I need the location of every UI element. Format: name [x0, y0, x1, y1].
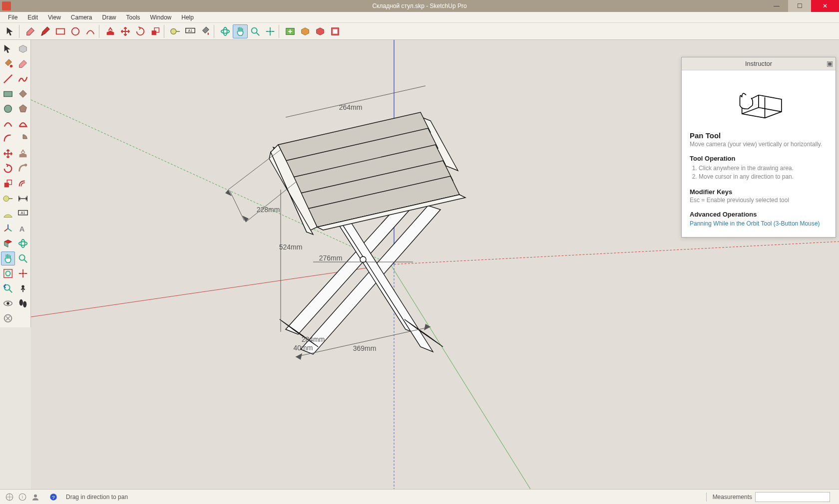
- select-icon[interactable]: [1, 42, 15, 56]
- scale-icon[interactable]: [1, 177, 15, 191]
- svg-line-40: [391, 264, 530, 489]
- svg-point-17: [24, 164, 27, 167]
- close-button[interactable]: ✕: [811, 0, 839, 12]
- app-icon: [2, 1, 11, 10]
- svg-point-35: [23, 301, 26, 307]
- instructor-op-heading: Tool Operation: [690, 155, 828, 162]
- geo-location-icon[interactable]: [3, 491, 16, 503]
- paint-bucket-icon[interactable]: [1, 57, 15, 71]
- orbit-icon[interactable]: [218, 24, 233, 38]
- pencil-icon[interactable]: [38, 24, 53, 38]
- circle-icon[interactable]: [68, 24, 83, 38]
- instructor-adv-link[interactable]: Panning While in the Orbit Tool (3-Butto…: [690, 220, 828, 227]
- top-toolbar: A1: [0, 23, 839, 40]
- menu-window[interactable]: Window: [145, 13, 177, 22]
- pan-icon[interactable]: [233, 24, 248, 38]
- tape-measure-icon[interactable]: [168, 24, 183, 38]
- svg-rect-13: [333, 29, 337, 33]
- user-icon[interactable]: [29, 491, 42, 503]
- zoom-icon[interactable]: [16, 252, 30, 265]
- 3d-text-icon[interactable]: A: [16, 222, 30, 236]
- zoom-extents-icon[interactable]: [263, 24, 278, 38]
- eraser-icon[interactable]: [16, 57, 30, 71]
- menu-view[interactable]: View: [43, 13, 66, 22]
- svg-text:276mm: 276mm: [319, 254, 343, 262]
- pan-icon[interactable]: [1, 252, 15, 265]
- svg-point-61: [34, 494, 37, 497]
- menu-draw[interactable]: Draw: [97, 13, 121, 22]
- svg-text:264mm: 264mm: [339, 103, 363, 111]
- text-icon[interactable]: A1: [183, 24, 198, 38]
- svg-point-4: [171, 28, 176, 34]
- select-icon[interactable]: [3, 24, 18, 38]
- tape-measure-icon[interactable]: [1, 192, 15, 206]
- svg-line-48: [230, 191, 244, 221]
- text-tool-icon[interactable]: A1: [16, 207, 30, 221]
- rotate-icon[interactable]: [133, 24, 148, 38]
- svg-point-25: [21, 240, 24, 248]
- separator: [706, 493, 707, 502]
- minimize-button[interactable]: —: [765, 0, 788, 12]
- zoom-window-icon[interactable]: [1, 266, 15, 280]
- component-icon[interactable]: [16, 42, 30, 56]
- extension-icon[interactable]: [298, 24, 313, 38]
- svg-point-28: [5, 271, 10, 275]
- instructor-title-bar[interactable]: Instructor ▣: [682, 57, 836, 70]
- paint-bucket-icon[interactable]: [198, 24, 213, 38]
- svg-text:284mm: 284mm: [302, 335, 325, 343]
- circle-icon[interactable]: [1, 102, 15, 116]
- dimension-icon[interactable]: [16, 192, 30, 206]
- polygon-icon[interactable]: [16, 102, 30, 116]
- orbit-icon[interactable]: [16, 237, 30, 251]
- protractor-icon[interactable]: [1, 207, 15, 221]
- svg-point-34: [19, 299, 23, 306]
- three-point-arc-icon[interactable]: [1, 132, 15, 146]
- previous-view-icon[interactable]: [1, 281, 15, 295]
- follow-me-icon[interactable]: [16, 162, 30, 176]
- measurements-input[interactable]: [755, 492, 830, 502]
- svg-text:524mm: 524mm: [279, 243, 303, 251]
- push-pull-icon[interactable]: [103, 24, 118, 38]
- credits-icon[interactable]: i: [16, 491, 29, 503]
- svg-point-24: [19, 242, 27, 245]
- menu-file[interactable]: File: [3, 13, 22, 22]
- menu-help[interactable]: Help: [176, 13, 199, 22]
- menu-camera[interactable]: Camera: [66, 13, 97, 22]
- instructor-illustration: [716, 76, 801, 126]
- arc-icon[interactable]: [83, 24, 98, 38]
- eraser-icon[interactable]: [23, 24, 38, 38]
- help-icon[interactable]: ?: [47, 491, 60, 503]
- position-camera-icon[interactable]: [16, 281, 30, 295]
- rotate-icon[interactable]: [1, 162, 15, 176]
- section-plane-icon[interactable]: [1, 311, 15, 325]
- rotated-rect-icon[interactable]: [16, 87, 30, 101]
- layout-icon[interactable]: [328, 24, 343, 38]
- look-around-icon[interactable]: [1, 296, 15, 310]
- freehand-icon[interactable]: [16, 72, 30, 86]
- push-pull-icon[interactable]: [16, 147, 30, 161]
- zoom-extents-icon[interactable]: [16, 266, 30, 280]
- arc-icon[interactable]: [1, 117, 15, 131]
- rectangle-icon[interactable]: [53, 24, 68, 38]
- menu-bar: File Edit View Camera Draw Tools Window …: [0, 12, 839, 23]
- scale-icon[interactable]: [148, 24, 163, 38]
- line-icon[interactable]: [1, 72, 15, 86]
- pie-icon[interactable]: [16, 132, 30, 146]
- menu-tools[interactable]: Tools: [121, 13, 145, 22]
- offset-icon[interactable]: [16, 177, 30, 191]
- walk-icon[interactable]: [16, 296, 30, 310]
- move-icon[interactable]: [118, 24, 133, 38]
- maximize-button[interactable]: ☐: [788, 0, 811, 12]
- instructor-adv-heading: Advanced Operations: [690, 211, 828, 218]
- rectangle-icon[interactable]: [1, 87, 15, 101]
- section-icon[interactable]: [1, 237, 15, 251]
- document-title: Складной стул.skp - SketchUp Pro: [372, 2, 466, 9]
- get-models-icon[interactable]: [283, 24, 298, 38]
- two-point-arc-icon[interactable]: [16, 117, 30, 131]
- share-icon[interactable]: [313, 24, 328, 38]
- move-icon[interactable]: [1, 147, 15, 161]
- instructor-close-icon[interactable]: ▣: [826, 60, 834, 68]
- axes-icon[interactable]: [1, 222, 15, 236]
- menu-edit[interactable]: Edit: [22, 13, 43, 22]
- zoom-icon[interactable]: [248, 24, 263, 38]
